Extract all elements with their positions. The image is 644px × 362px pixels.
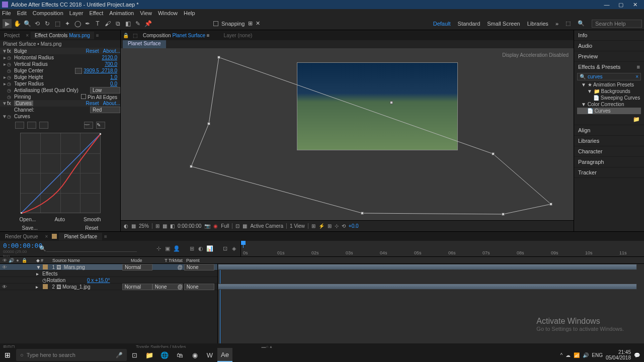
workspace-default[interactable]: Default bbox=[433, 21, 451, 27]
exposure-value[interactable]: +0.0 bbox=[349, 223, 359, 229]
search-help-input[interactable]: Search Help bbox=[592, 20, 642, 28]
pixel-aspect-icon[interactable]: ⊞ bbox=[311, 223, 315, 229]
edge-icon[interactable]: 🌐 bbox=[157, 348, 172, 362]
roi-icon[interactable]: ⊡ bbox=[235, 223, 239, 229]
project-tab[interactable]: Project bbox=[0, 32, 24, 39]
timeline-icon[interactable]: ⊞ bbox=[328, 223, 332, 229]
curves-smooth-button[interactable]: Smooth bbox=[84, 217, 101, 222]
rotate-tool-icon[interactable]: ↻ bbox=[43, 19, 52, 28]
layer-name[interactable]: Mars.png bbox=[62, 264, 122, 270]
tray-volume-icon[interactable]: 🔊 bbox=[583, 352, 589, 358]
curves-graph[interactable] bbox=[20, 133, 101, 213]
curves-open-button[interactable]: Open... bbox=[20, 217, 36, 222]
blend-mode-dropdown[interactable]: Normal bbox=[122, 284, 152, 290]
solo-col-icon[interactable]: ● bbox=[15, 258, 20, 263]
parent-dropdown[interactable]: None bbox=[184, 264, 214, 270]
magnification-dropdown[interactable]: 25% bbox=[139, 223, 152, 229]
mode-column[interactable]: Mode bbox=[131, 258, 161, 263]
transform-handle[interactable] bbox=[207, 122, 210, 125]
maximize-button[interactable]: ▢ bbox=[614, 2, 628, 8]
tree-animation-presets[interactable]: ▼ ★ Animation Presets bbox=[577, 81, 641, 88]
pan-behind-tool-icon[interactable]: ✦ bbox=[63, 19, 72, 28]
camera-tool-icon[interactable]: ⬚ bbox=[53, 19, 62, 28]
layer-color-icon[interactable] bbox=[43, 284, 48, 289]
orbit-tool-icon[interactable]: ⟲ bbox=[33, 19, 42, 28]
curves-sub-twirl-icon[interactable]: ▼ bbox=[2, 114, 7, 119]
layer-row-2[interactable]: 👁 ▸ 2 🖼 Morag_1.jpg Normal None @ None bbox=[0, 284, 217, 290]
layer-name[interactable]: Morag_1.jpg bbox=[62, 284, 122, 290]
snap-opt-icon[interactable]: ⊞ bbox=[248, 20, 253, 27]
paragraph-panel-header[interactable]: Paragraph bbox=[574, 157, 644, 167]
character-panel-header[interactable]: Character bbox=[574, 146, 644, 156]
rotation-value[interactable]: 0 x +15.0° bbox=[87, 278, 110, 283]
tracker-panel-header[interactable]: Tracker bbox=[574, 167, 644, 177]
parent-column[interactable]: Parent bbox=[186, 258, 226, 263]
timeline-comp-tab[interactable]: Planet Surface bbox=[59, 233, 102, 240]
word-icon[interactable]: W bbox=[202, 348, 217, 362]
source-name-column[interactable]: Source Name bbox=[50, 258, 131, 263]
menu-window[interactable]: Window bbox=[158, 10, 178, 16]
taper-radius-value[interactable]: 0.0 bbox=[110, 81, 120, 86]
clear-search-icon[interactable]: × bbox=[635, 74, 638, 79]
parent-dropdown[interactable]: None bbox=[184, 284, 214, 290]
layer-color-icon[interactable] bbox=[43, 264, 48, 269]
trkmat-column[interactable]: T TrkMat bbox=[161, 258, 186, 263]
eye-icon[interactable]: 👁 bbox=[2, 264, 7, 270]
grid-icon[interactable]: ▦ bbox=[163, 223, 167, 229]
stopwatch-icon[interactable]: ◷ bbox=[7, 114, 13, 119]
panel-menu-icon[interactable]: ≡ bbox=[102, 234, 109, 239]
stopwatch-icon[interactable]: ◷ bbox=[7, 55, 13, 60]
explorer-icon[interactable]: 📁 bbox=[142, 348, 157, 362]
chrome-icon[interactable]: ◉ bbox=[187, 348, 202, 362]
workspace-standard[interactable]: Standard bbox=[458, 21, 480, 27]
curves-reset-button[interactable]: Reset bbox=[85, 225, 98, 231]
render-queue-tab[interactable]: Render Queue bbox=[0, 233, 43, 240]
flowchart-icon[interactable]: ⊹ bbox=[335, 223, 339, 229]
tree-backgrounds[interactable]: ▼ 📁 Backgrounds bbox=[577, 88, 641, 95]
reset-exp-icon[interactable]: ⟲ bbox=[342, 223, 346, 229]
tray-onedrive-icon[interactable]: ☁ bbox=[566, 352, 571, 358]
audio-panel-header[interactable]: Audio bbox=[574, 41, 644, 51]
curves-reset-link[interactable]: Reset bbox=[86, 101, 103, 106]
menu-edit[interactable]: Edit bbox=[17, 10, 27, 16]
taskbar-search[interactable]: ○ Type here to search🎤 bbox=[16, 349, 127, 361]
vertical-radius-value[interactable]: 700.0 bbox=[105, 61, 120, 67]
tray-up-icon[interactable]: ^ bbox=[560, 352, 563, 358]
timeline-search-icon[interactable]: 🔍 bbox=[39, 245, 46, 252]
stopwatch-icon[interactable]: ◷ bbox=[7, 68, 13, 73]
effect-bulge-name[interactable]: Bulge bbox=[13, 48, 86, 54]
tab-close-icon[interactable]: × bbox=[43, 234, 50, 239]
horizontal-radius-value[interactable]: 2120.0 bbox=[102, 55, 120, 60]
action-center-icon[interactable]: 💬 bbox=[634, 352, 640, 358]
comp-inner-tab[interactable]: Planet Surface bbox=[123, 40, 166, 48]
snapshot-icon[interactable]: 📷 bbox=[204, 223, 210, 229]
cti-line[interactable] bbox=[220, 264, 220, 343]
workspace-libraries[interactable]: Libraries bbox=[527, 21, 548, 27]
effects-search-input[interactable]: 🔍 curves× bbox=[577, 73, 641, 80]
comp-flow-icon[interactable]: ⬚ bbox=[133, 33, 139, 38]
store-icon[interactable]: 🛍 bbox=[172, 348, 187, 362]
timeline-ruler[interactable]: 0s01s02s03s04s05s06s07s08s09s10s11s12s bbox=[240, 241, 644, 256]
roto-tool-icon[interactable]: ✎ bbox=[133, 19, 142, 28]
bulge-about-link[interactable]: About... bbox=[103, 48, 120, 54]
workspace-reset-icon[interactable]: ⬚ bbox=[566, 20, 571, 27]
tray-network-icon[interactable]: 📶 bbox=[574, 352, 580, 358]
layer-bar-1[interactable] bbox=[218, 264, 637, 270]
type-tool-icon[interactable]: T bbox=[93, 19, 102, 28]
effect-curves-name[interactable]: Curves bbox=[14, 101, 33, 106]
audio-col-icon[interactable]: 🔊 bbox=[9, 258, 14, 263]
stopwatch-icon[interactable]: ◷ bbox=[42, 278, 47, 283]
cortana-mic-icon[interactable]: 🎤 bbox=[116, 352, 123, 358]
effect-controls-tab[interactable]: Effect Controls Mars.png bbox=[31, 32, 94, 39]
curves-bezier-icon[interactable]: 〰 bbox=[84, 122, 93, 129]
stopwatch-icon[interactable]: ◷ bbox=[7, 75, 13, 80]
effects-presets-header[interactable]: Effects & Presets≡ bbox=[574, 62, 644, 72]
layer-twirl-icon[interactable]: ▸ bbox=[36, 284, 43, 290]
shape-tool-icon[interactable]: ◯ bbox=[73, 19, 82, 28]
comp-mini-flowchart-icon[interactable]: ⊹ bbox=[155, 245, 162, 252]
curves-twirl-icon[interactable]: ▼ bbox=[2, 101, 7, 106]
layer-twirl-icon[interactable]: ▼ bbox=[36, 264, 43, 270]
comp-tab-label[interactable]: Composition Planet Surface ≡ bbox=[143, 33, 210, 38]
blend-mode-dropdown[interactable]: Normal bbox=[122, 264, 152, 270]
panel-menu-icon[interactable]: ≡ bbox=[94, 33, 101, 38]
